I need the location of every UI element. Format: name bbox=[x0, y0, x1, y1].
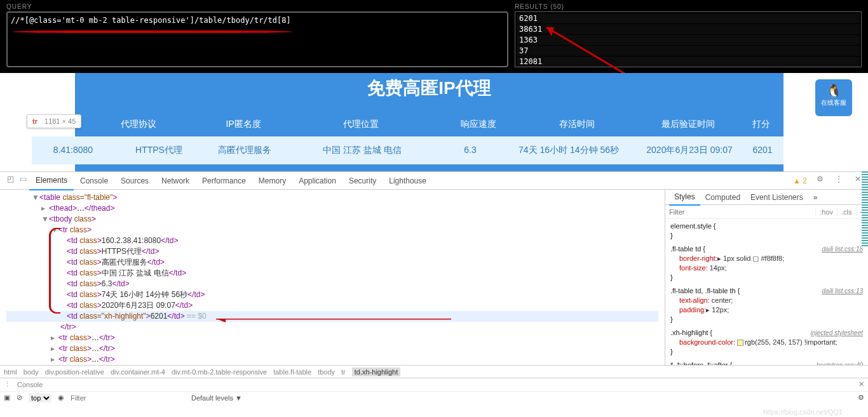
th: 响应速度 bbox=[437, 119, 520, 130]
bc-item[interactable]: div.container.mt-4 bbox=[111, 368, 165, 376]
th: 打分 bbox=[742, 119, 780, 130]
tab-application[interactable]: Application bbox=[292, 172, 342, 190]
td-protocol: HTTPS代理 bbox=[114, 145, 203, 156]
bc-item[interactable]: html bbox=[4, 368, 17, 376]
qq-icon: 🐧 bbox=[815, 83, 852, 98]
drawer-close-icon[interactable]: ✕ bbox=[858, 380, 864, 388]
warnings-badge[interactable]: ▲ 2 bbox=[793, 176, 807, 185]
customer-service-float[interactable]: 🐧 在线客服 bbox=[815, 79, 852, 116]
computed-tab[interactable]: Computed bbox=[700, 190, 745, 205]
listeners-tab[interactable]: Event Listeners bbox=[745, 190, 808, 205]
bc-item[interactable]: div.mt-0.mb-2.table-responsive bbox=[172, 368, 267, 376]
result-item: 12081 bbox=[517, 56, 860, 67]
styles-panel: Styles Computed Event Listeners » :hov .… bbox=[665, 190, 868, 365]
xpath-helper-panel: QUERY RESULTS (50) 6201 38631 1363 37 12… bbox=[0, 0, 868, 73]
bc-item[interactable]: table.fl-table bbox=[273, 368, 311, 376]
levels-select[interactable]: Default levels ▼ bbox=[191, 394, 242, 402]
td-score: 6201 bbox=[743, 145, 782, 156]
bc-item[interactable]: div.position-relative bbox=[45, 368, 104, 376]
tab-elements[interactable]: Elements bbox=[29, 171, 74, 190]
td-verified: 2020年6月23日 09:07 bbox=[635, 145, 743, 156]
cls-toggle[interactable]: .cls bbox=[837, 208, 856, 216]
th: 代理协议 bbox=[75, 119, 202, 130]
live-expr-icon[interactable]: ◉ bbox=[58, 394, 64, 402]
td-anonymity: 高匿代理服务 bbox=[203, 145, 286, 156]
styles-tab[interactable]: Styles bbox=[669, 190, 700, 206]
bc-item-active[interactable]: td.xh-highlight bbox=[352, 367, 401, 376]
console-filter[interactable] bbox=[71, 394, 185, 402]
table-header: 代理协议 IP匿名度 代理位置 响应速度 存活时间 最后验证时间 打分 bbox=[75, 111, 783, 138]
tab-lighthouse[interactable]: Lighthouse bbox=[383, 172, 433, 190]
styles-filter[interactable] bbox=[665, 208, 815, 216]
tab-sources[interactable]: Sources bbox=[114, 172, 155, 190]
tab-network[interactable]: Network bbox=[155, 172, 196, 190]
query-input[interactable] bbox=[11, 16, 504, 25]
results-label: RESULTS (50) bbox=[515, 3, 862, 10]
hov-toggle[interactable]: :hov bbox=[815, 208, 837, 216]
th: 存活时间 bbox=[520, 119, 634, 130]
dom-tree[interactable]: ▼<table class="fl-table"> ▸<thead>…</the… bbox=[0, 190, 665, 365]
inspect-icon[interactable]: ◰ bbox=[4, 175, 17, 187]
console-label[interactable]: Console bbox=[17, 381, 43, 388]
page-content: 免费高匿IP代理 tr 1181 × 45 🐧 在线客服 代理协议 IP匿名度 … bbox=[0, 73, 868, 171]
more-tabs-icon[interactable]: » bbox=[808, 190, 823, 205]
td-ip: 8.41:8080 bbox=[32, 145, 114, 156]
console-drawer: ⋮ Console ✕ ▣ ⊘ top ◉ Default levels ▼ ⚙ bbox=[0, 378, 868, 404]
device-icon[interactable]: ▭ bbox=[17, 175, 29, 187]
banner-title: 免费高匿IP代理 bbox=[75, 73, 783, 100]
drawer-menu-icon[interactable]: ⋮ bbox=[4, 380, 11, 388]
more-icon[interactable]: ⋮ bbox=[832, 175, 845, 187]
tooltip-dimensions: 1181 × 45 bbox=[44, 117, 76, 125]
right-edge-decoration bbox=[862, 171, 868, 248]
bc-item[interactable]: body bbox=[24, 368, 39, 376]
devtools-tabs: ◰ ▭ Elements Console Sources Network Per… bbox=[0, 172, 868, 190]
breadcrumb: html body div.position-relative div.cont… bbox=[0, 365, 868, 378]
bc-item[interactable]: tr bbox=[341, 368, 346, 376]
results-section: RESULTS (50) 6201 38631 1363 37 12081 bbox=[515, 3, 862, 68]
td-location: 中国 江苏 盐城 电信 bbox=[286, 145, 438, 156]
watermark: https://blog.csdn.net/QQ1 bbox=[763, 408, 843, 416]
devtools: ◰ ▭ Elements Console Sources Network Per… bbox=[0, 171, 868, 404]
tab-console[interactable]: Console bbox=[74, 172, 114, 190]
console-sidebar-icon[interactable]: ▣ bbox=[4, 394, 10, 402]
query-box bbox=[6, 11, 508, 67]
bc-item[interactable]: tbody bbox=[318, 368, 335, 376]
console-settings-icon[interactable]: ⚙ bbox=[858, 394, 864, 402]
annotation-underline bbox=[13, 30, 292, 33]
tab-memory[interactable]: Memory bbox=[252, 172, 292, 190]
tooltip-tag: tr bbox=[32, 117, 37, 125]
query-label: QUERY bbox=[6, 3, 508, 10]
settings-icon[interactable]: ⚙ bbox=[813, 175, 826, 187]
clear-console-icon[interactable]: ⊘ bbox=[17, 394, 22, 402]
result-item: 38631 bbox=[517, 24, 860, 34]
table-row[interactable]: 8.41:8080 HTTPS代理 高匿代理服务 中国 江苏 盐城 电信 6.3… bbox=[32, 136, 783, 164]
th: IP匿名度 bbox=[202, 119, 285, 130]
result-item: 1363 bbox=[517, 35, 860, 45]
context-select[interactable]: top bbox=[29, 394, 51, 402]
element-tooltip: tr 1181 × 45 bbox=[27, 114, 81, 128]
tab-security[interactable]: Security bbox=[342, 172, 383, 190]
th: 最后验证时间 bbox=[634, 119, 742, 130]
qq-label: 在线客服 bbox=[821, 99, 846, 106]
td-speed: 6.3 bbox=[438, 145, 502, 156]
result-item: 37 bbox=[517, 46, 860, 56]
td-alive: 74天 16小时 14分钟 56秒 bbox=[502, 145, 635, 156]
query-section: QUERY bbox=[6, 3, 508, 68]
result-item: 6201 bbox=[517, 13, 860, 23]
th: 代理位置 bbox=[285, 119, 437, 130]
results-box[interactable]: 6201 38631 1363 37 12081 bbox=[515, 11, 862, 67]
tab-performance[interactable]: Performance bbox=[196, 172, 252, 190]
